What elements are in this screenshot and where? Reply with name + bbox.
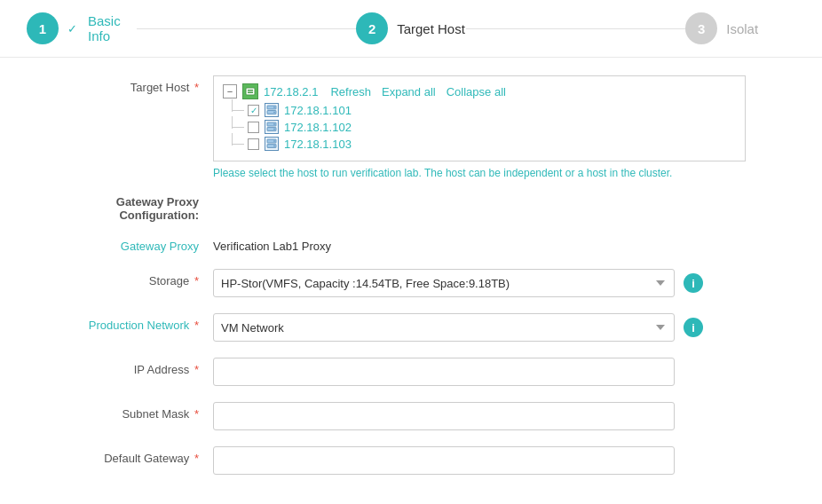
ip-address-label: IP Address * xyxy=(36,358,213,376)
storage-required: * xyxy=(194,274,199,287)
step-2-circle: 2 xyxy=(356,12,388,44)
default-gateway-input[interactable] xyxy=(213,446,675,475)
step-1-check: ✓ xyxy=(67,22,77,35)
production-network-info-icon[interactable]: i xyxy=(684,318,703,337)
default-gateway-required: * xyxy=(194,452,199,465)
target-host-label: Target Host * xyxy=(36,75,213,94)
tree-root-row: − 172.18.2.1 Refresh Expand all Collapse… xyxy=(223,83,736,99)
subnet-mask-label: Subnet Mask * xyxy=(36,402,213,421)
subnet-mask-row: Subnet Mask * xyxy=(36,402,786,430)
svg-point-14 xyxy=(273,146,275,147)
step-2-label[interactable]: Target Host xyxy=(397,21,465,36)
storage-select[interactable]: HP-Stor(VMFS, Capacity :14.54TB, Free Sp… xyxy=(213,269,675,297)
child-2-icon xyxy=(265,120,279,134)
gateway-proxy-config-label: Gateway Proxy Configuration: xyxy=(36,195,213,222)
production-network-required: * xyxy=(194,319,199,332)
subnet-mask-input[interactable] xyxy=(213,402,675,430)
target-host-required: * xyxy=(194,81,199,94)
target-host-row: Target Host * − 172.18.2.1 xyxy=(36,75,786,179)
ip-address-row: IP Address * xyxy=(36,358,786,386)
production-network-field-with-info: VM Network i xyxy=(213,313,786,342)
host-icon xyxy=(242,83,258,99)
default-gateway-row: Default Gateway * xyxy=(36,446,786,475)
steps-header: 1 ✓ Basic Info 2 Target Host 3 Isolat xyxy=(0,0,822,58)
production-network-row: Production Network * VM Network i xyxy=(36,313,786,342)
step-1-circle: 1 xyxy=(27,12,59,44)
step-divider-1 xyxy=(137,28,356,29)
tree-hint: Please select the host to run verificati… xyxy=(213,167,786,179)
child-1-ip[interactable]: 172.18.1.101 xyxy=(284,104,352,117)
gateway-proxy-value: Verification Lab1 Proxy xyxy=(213,234,786,253)
gateway-proxy-label: Gateway Proxy xyxy=(36,234,213,253)
child-1-checkbox[interactable] xyxy=(248,105,259,116)
tree-child-1: 172.18.1.101 xyxy=(248,103,736,117)
child-1-icon xyxy=(265,103,279,117)
child-2-checkbox[interactable] xyxy=(248,122,259,133)
tree-toggle[interactable]: − xyxy=(223,84,237,98)
collapse-btn[interactable]: Collapse all xyxy=(447,85,506,98)
step-3-circle: 3 xyxy=(685,12,717,44)
default-gateway-label: Default Gateway * xyxy=(36,446,213,465)
root-ip[interactable]: 172.18.2.1 xyxy=(264,85,318,98)
host-tree: − 172.18.2.1 Refresh Expand all Collapse… xyxy=(213,75,746,161)
expand-btn[interactable]: Expand all xyxy=(382,85,436,98)
default-gateway-field xyxy=(213,446,786,475)
storage-field-with-info: HP-Stor(VMFS, Capacity :14.54TB, Free Sp… xyxy=(213,269,786,297)
step-2: 2 Target Host xyxy=(356,12,466,44)
subnet-mask-required: * xyxy=(194,407,199,421)
svg-rect-0 xyxy=(246,88,255,95)
storage-field: HP-Stor(VMFS, Capacity :14.54TB, Free Sp… xyxy=(213,269,786,297)
production-network-label: Production Network * xyxy=(36,313,213,332)
child-3-icon xyxy=(265,137,279,151)
child-3-ip[interactable]: 172.18.1.103 xyxy=(284,138,352,151)
ip-address-field xyxy=(213,358,786,386)
svg-rect-1 xyxy=(248,90,253,91)
ip-address-input[interactable] xyxy=(213,358,675,386)
step-divider-2 xyxy=(466,28,685,29)
main-content: Target Host * − 172.18.2.1 xyxy=(0,58,822,504)
gateway-proxy-config-header: Gateway Proxy Configuration: xyxy=(36,195,786,222)
svg-point-6 xyxy=(273,112,275,114)
production-network-field: VM Network i xyxy=(213,313,786,342)
tree-child-3: 172.18.1.103 xyxy=(248,137,736,151)
ip-address-required: * xyxy=(194,363,199,376)
refresh-btn[interactable]: Refresh xyxy=(330,85,371,98)
subnet-mask-field xyxy=(213,402,786,430)
gateway-proxy-field: Verification Lab1 Proxy xyxy=(213,234,786,253)
storage-label: Storage * xyxy=(36,269,213,287)
step-3: 3 Isolat xyxy=(685,12,795,44)
tree-children: 172.18.1.101 172.1 xyxy=(248,103,736,151)
tree-child-2: 172.18.1.102 xyxy=(248,120,736,134)
storage-row: Storage * HP-Stor(VMFS, Capacity :14.54T… xyxy=(36,269,786,297)
tree-actions: Refresh Expand all Collapse all xyxy=(330,85,505,98)
svg-point-10 xyxy=(273,129,275,130)
step-1-label[interactable]: Basic Info xyxy=(88,13,137,43)
step-1: 1 ✓ Basic Info xyxy=(27,12,137,44)
svg-point-13 xyxy=(273,140,275,142)
gateway-proxy-row: Gateway Proxy Verification Lab1 Proxy xyxy=(36,234,786,253)
target-host-field: − 172.18.2.1 Refresh Expand all Collapse… xyxy=(213,75,786,179)
svg-point-9 xyxy=(273,123,275,125)
child-3-checkbox[interactable] xyxy=(248,138,259,150)
production-network-select[interactable]: VM Network xyxy=(213,313,675,342)
child-2-ip[interactable]: 172.18.1.102 xyxy=(284,121,352,134)
step-3-label[interactable]: Isolat xyxy=(726,21,758,36)
svg-rect-2 xyxy=(248,92,253,94)
storage-info-icon[interactable]: i xyxy=(684,273,703,293)
svg-point-5 xyxy=(273,106,275,108)
